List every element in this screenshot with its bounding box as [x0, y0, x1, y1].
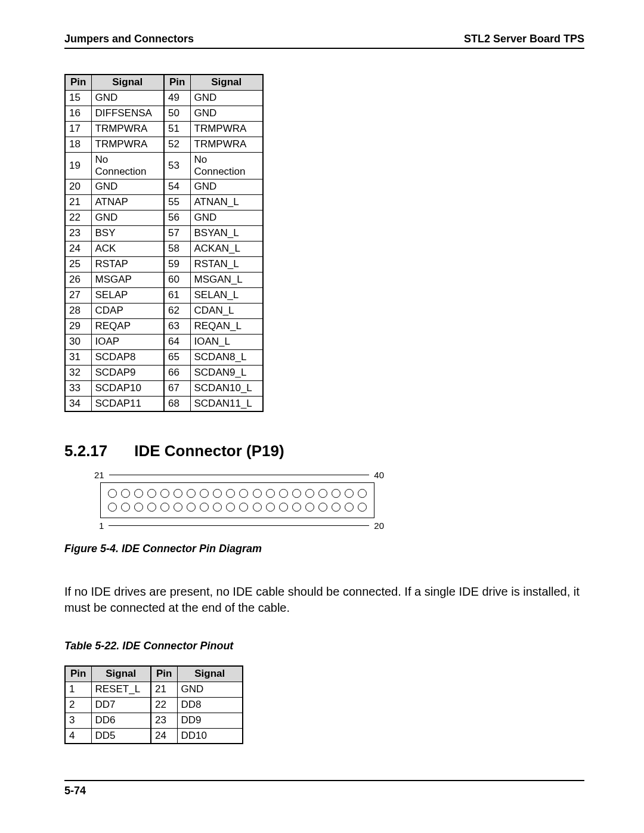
table-cell: MSGAN_L: [190, 272, 263, 287]
table-cell: 16: [65, 106, 91, 121]
th-signal: Signal: [190, 75, 263, 90]
table-cell: SCDAP10: [91, 380, 164, 396]
table-cell: 15: [65, 90, 91, 106]
table-cell: 63: [164, 318, 190, 334]
table-cell: SCDAN8_L: [190, 349, 263, 365]
body-paragraph: If no IDE drives are present, no IDE cab…: [64, 584, 584, 616]
table-row: 18TRMPWRA52TRMPWRA: [65, 137, 263, 152]
table-row: 25RSTAP59RSTAN_L: [65, 256, 263, 272]
pin-hole-icon: [108, 503, 117, 512]
pin-hole-icon: [305, 503, 314, 512]
header-left: Jumpers and Connectors: [64, 33, 194, 45]
table-cell: 24: [65, 241, 91, 256]
pin-hole-icon: [279, 489, 288, 498]
table-row: 26MSGAP60MSGAN_L: [65, 272, 263, 287]
pin-hole-icon: [345, 503, 354, 512]
table-cell: 68: [164, 396, 190, 411]
pin-hole-icon: [187, 503, 196, 512]
table-cell: No Connection: [91, 152, 164, 179]
table-row: 30IOAP64IOAN_L: [65, 334, 263, 349]
fig-rule: [109, 475, 370, 475]
table-cell: GND: [190, 90, 263, 106]
th-pin: Pin: [65, 75, 91, 90]
pin-hole-icon: [200, 503, 209, 512]
table-cell: 50: [164, 106, 190, 121]
table-cell: ATNAN_L: [190, 194, 263, 210]
pin-hole-icon: [160, 503, 169, 512]
pin-hole-icon: [160, 489, 169, 498]
table-cell: RSTAP: [91, 256, 164, 272]
table-cell: 21: [151, 682, 177, 697]
table-cell: SCDAP8: [91, 349, 164, 365]
table-row: 24ACK58ACKAN_L: [65, 241, 263, 256]
pin-hole-icon: [266, 503, 275, 512]
table-cell: 29: [65, 318, 91, 334]
pin-hole-icon: [213, 489, 222, 498]
table-cell: 21: [65, 194, 91, 210]
pin-hole-icon: [147, 503, 156, 512]
pin-hole-icon: [292, 489, 301, 498]
table-cell: RESET_L: [91, 682, 151, 697]
table-cell: TRMPWRA: [91, 137, 164, 152]
th-pin: Pin: [65, 666, 91, 682]
th-pin: Pin: [164, 75, 190, 90]
header-right: STL2 Server Board TPS: [464, 33, 584, 45]
pin-hole-icon: [200, 489, 209, 498]
th-pin: Pin: [151, 666, 177, 682]
table-row: 29REQAP63REQAN_L: [65, 318, 263, 334]
pin-hole-icon: [318, 489, 327, 498]
pin-hole-icon: [253, 489, 262, 498]
table-cell: 22: [65, 210, 91, 225]
table-row: 15GND49GND: [65, 90, 263, 106]
table-cell: TRMPWRA: [91, 121, 164, 137]
table-cell: IOAN_L: [190, 334, 263, 349]
table-cell: DD9: [177, 713, 243, 728]
table-cell: 26: [65, 272, 91, 287]
table-cell: 52: [164, 137, 190, 152]
table-cell: GND: [91, 179, 164, 194]
table-cell: CDAN_L: [190, 303, 263, 318]
table-cell: 54: [164, 179, 190, 194]
table-cell: 20: [65, 179, 91, 194]
table-cell: GND: [190, 210, 263, 225]
table-cell: IOAP: [91, 334, 164, 349]
table-cell: 3: [65, 713, 91, 728]
pin-hole-icon: [239, 503, 248, 512]
table-cell: 17: [65, 121, 91, 137]
fig-label-21: 21: [94, 470, 104, 480]
table-cell: GND: [91, 210, 164, 225]
fig-label-40: 40: [374, 470, 384, 480]
ide-pinout-table: Pin Signal Pin Signal 1RESET_L21GND2DD72…: [64, 665, 243, 744]
fig-label-20: 20: [374, 521, 384, 531]
table-cell: 65: [164, 349, 190, 365]
table-cell: 53: [164, 152, 190, 179]
pin-hole-icon: [253, 503, 262, 512]
table-row: 1RESET_L21GND: [65, 682, 243, 697]
pin-hole-icon: [134, 503, 143, 512]
pin-hole-icon: [279, 503, 288, 512]
table-caption: Table 5-22. IDE Connector Pinout: [64, 640, 584, 652]
table-cell: 51: [164, 121, 190, 137]
table-cell: 32: [65, 365, 91, 380]
table-row: 27SELAP61SELAN_L: [65, 287, 263, 303]
pin-hole-icon: [134, 489, 143, 498]
table-cell: 31: [65, 349, 91, 365]
table-cell: BSY: [91, 225, 164, 241]
pin-hole-icon: [345, 489, 354, 498]
table-cell: 4: [65, 728, 91, 744]
pin-hole-icon: [266, 489, 275, 498]
pin-hole-icon: [187, 489, 196, 498]
table-cell: 2: [65, 697, 91, 713]
table-cell: 1: [65, 682, 91, 697]
table-cell: 24: [151, 728, 177, 744]
table-cell: CDAP: [91, 303, 164, 318]
pin-hole-icon: [121, 503, 130, 512]
table-cell: 60: [164, 272, 190, 287]
pin-hole-icon: [332, 503, 340, 512]
pin-hole-icon: [358, 503, 367, 512]
pin-hole-icon: [239, 489, 248, 498]
running-header: Jumpers and Connectors STL2 Server Board…: [64, 33, 584, 49]
table-cell: SCDAP11: [91, 396, 164, 411]
pin-hole-icon: [292, 503, 301, 512]
table-cell: SCDAN10_L: [190, 380, 263, 396]
